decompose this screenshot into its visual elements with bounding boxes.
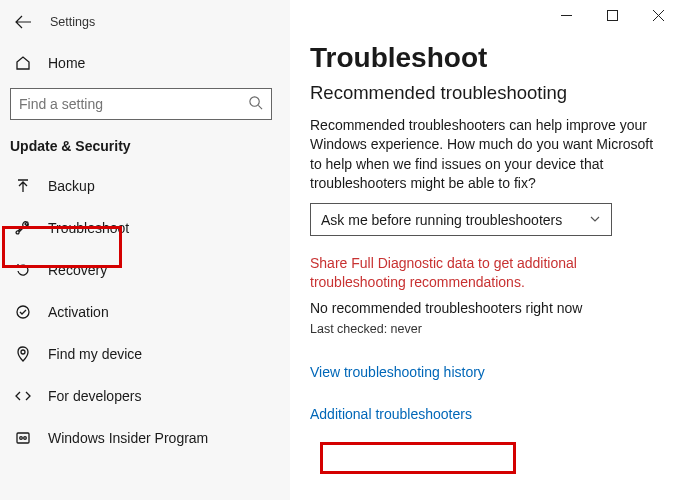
nav-home[interactable]: Home [4,44,290,82]
additional-troubleshooters-link[interactable]: Additional troubleshooters [310,406,472,422]
nav-find-device[interactable]: Find my device [4,334,290,374]
nav-activation[interactable]: Activation [4,292,290,332]
nav-developers[interactable]: For developers [4,376,290,416]
nav-label: Recovery [48,262,107,278]
page-title: Troubleshoot [310,42,663,74]
nav-recovery[interactable]: Recovery [4,250,290,290]
back-button[interactable] [14,13,32,31]
nav-label: Activation [48,304,109,320]
recovery-icon [14,262,32,278]
wrench-icon [14,220,32,236]
page-subtitle: Recommended troubleshooting [310,82,663,104]
search-box[interactable] [10,88,272,120]
search-input[interactable] [19,96,248,112]
code-icon [14,388,32,404]
svg-point-2 [21,350,25,354]
svg-rect-3 [17,433,29,443]
svg-point-5 [24,437,27,440]
status-text: No recommended troubleshooters right now [310,300,663,316]
minimize-button[interactable] [543,0,589,30]
svg-point-0 [250,97,259,106]
troubleshoot-mode-dropdown[interactable]: Ask me before running troubleshooters [310,203,612,236]
activation-icon [14,304,32,320]
nav-insider[interactable]: Windows Insider Program [4,418,290,458]
dropdown-value: Ask me before running troubleshooters [321,212,562,228]
chevron-down-icon [589,212,601,228]
nav-label: Backup [48,178,95,194]
backup-icon [14,178,32,194]
location-icon [14,346,32,362]
nav-label: Troubleshoot [48,220,129,236]
svg-point-4 [20,437,23,440]
nav-label: Windows Insider Program [48,430,208,446]
app-title: Settings [50,15,95,29]
search-icon [248,95,263,113]
nav-label: Find my device [48,346,142,362]
nav-label: For developers [48,388,141,404]
description-text: Recommended troubleshooters can help imp… [310,116,655,193]
svg-point-1 [17,306,29,318]
close-button[interactable] [635,0,681,30]
view-history-link[interactable]: View troubleshooting history [310,364,485,380]
titlebar-controls [543,0,681,30]
home-label: Home [48,55,85,71]
nav-backup[interactable]: Backup [4,166,290,206]
insider-icon [14,430,32,446]
section-title: Update & Security [10,138,290,154]
nav-troubleshoot[interactable]: Troubleshoot [4,208,290,248]
maximize-button[interactable] [589,0,635,30]
last-checked-text: Last checked: never [310,322,663,336]
svg-rect-6 [607,10,617,20]
diagnostic-share-link[interactable]: Share Full Diagnostic data to get additi… [310,254,658,292]
home-icon [14,55,32,71]
